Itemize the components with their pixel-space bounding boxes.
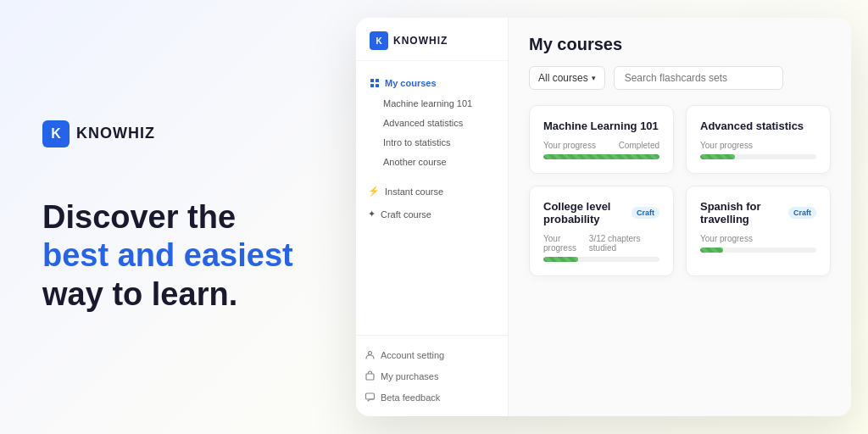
- sidebar-item-another-course[interactable]: Another course: [366, 153, 498, 171]
- progress-bar-bg-adv-stats: [700, 154, 816, 159]
- sidebar-item-adv-stats[interactable]: Advanced statistics: [366, 114, 498, 132]
- progress-label-adv-stats: Your progress: [700, 141, 816, 150]
- course-card-adv-stats: Advanced statistics Your progress: [686, 105, 831, 174]
- badge-craft-clp: Craft: [632, 207, 659, 219]
- progress-status-ml101: Completed: [619, 141, 659, 150]
- sidebar-section-mycourses[interactable]: My courses: [366, 75, 498, 93]
- hero-line3: way to learn.: [42, 276, 237, 312]
- course-title-adv-stats: Advanced statistics: [700, 120, 816, 132]
- feedback-icon: [364, 392, 376, 403]
- course-card-ml101: Machine Learning 101 Your progress Compl…: [529, 105, 674, 174]
- progress-label-clp: Your progress 3/12 chapters studied: [543, 234, 659, 253]
- all-courses-dropdown[interactable]: All courses ▾: [529, 66, 605, 90]
- progress-label-spanish: Your progress: [700, 234, 816, 243]
- sidebar-courses-section: My courses Machine learning 101 Advanced…: [356, 71, 508, 179]
- chevron-down-icon: ▾: [592, 74, 596, 82]
- sidebar-instant-course[interactable]: ⚡ Instant course: [359, 181, 504, 202]
- sidebar-beta-feedback[interactable]: Beta feedback: [356, 387, 508, 408]
- sidebar-bottom: Account setting My purchases Beta feedba…: [356, 335, 508, 416]
- sidebar-logo-text: KNOWHIZ: [393, 35, 448, 47]
- progress-bar-fill-ml101: [543, 154, 659, 159]
- search-input[interactable]: [614, 66, 783, 90]
- course-title-ml101: Machine Learning 101: [543, 120, 659, 132]
- logo-icon: K: [42, 120, 70, 147]
- instant-icon: ⚡: [368, 186, 380, 197]
- svg-rect-2: [370, 84, 374, 87]
- sidebar: K KNOWHIZ My courses Machine learning 10…: [356, 18, 509, 416]
- main-content: My courses All courses ▾ Machine Learnin…: [509, 18, 851, 416]
- progress-bar-bg-spanish: [700, 248, 816, 253]
- svg-rect-0: [370, 79, 374, 82]
- logo-text: KNOWHIZ: [76, 125, 155, 142]
- progress-bar-fill-clp: [543, 257, 578, 262]
- progress-label-ml101: Your progress Completed: [543, 141, 659, 150]
- course-title-clp: College level probability Craft: [543, 200, 659, 225]
- hero-section: K KNOWHIZ Discover the best and easiest …: [0, 86, 356, 348]
- filter-row: All courses ▾: [529, 66, 831, 90]
- hero-heading: Discover the best and easiest way to lea…: [42, 198, 314, 314]
- progress-bar-bg-clp: [543, 257, 659, 262]
- account-icon: [364, 349, 376, 360]
- sidebar-logo-icon: K: [370, 31, 388, 50]
- badge-craft-spanish: Craft: [788, 207, 816, 219]
- progress-bar-fill-adv-stats: [700, 154, 735, 159]
- app-window: K KNOWHIZ My courses Machine learning 10…: [356, 18, 851, 416]
- sidebar-item-ml101[interactable]: Machine learning 101: [366, 94, 498, 113]
- courses-grid: Machine Learning 101 Your progress Compl…: [529, 105, 831, 276]
- svg-point-4: [369, 352, 372, 355]
- top-logo: K KNOWHIZ: [42, 120, 314, 147]
- progress-bar-fill-spanish: [700, 248, 723, 253]
- svg-rect-3: [376, 84, 379, 87]
- course-card-clp: College level probability Craft Your pro…: [529, 186, 674, 276]
- hero-line1: Discover the: [42, 199, 236, 235]
- progress-status-clp: 3/12 chapters studied: [589, 234, 659, 253]
- progress-bar-bg-ml101: [543, 154, 659, 159]
- svg-rect-6: [366, 393, 375, 399]
- sidebar-header: K KNOWHIZ: [356, 18, 508, 61]
- course-title-spanish: Spanish for travelling Craft: [700, 200, 816, 225]
- purchases-icon: [364, 370, 376, 381]
- sidebar-craft-course[interactable]: ✦ Craft course: [359, 203, 504, 225]
- sidebar-account-setting[interactable]: Account setting: [356, 344, 508, 365]
- hero-line2: best and easiest: [42, 237, 293, 273]
- sidebar-item-intro-stats[interactable]: Intro to statistics: [366, 133, 498, 152]
- sidebar-nav: My courses Machine learning 101 Advanced…: [356, 61, 508, 335]
- page-title: My courses: [529, 35, 831, 54]
- svg-rect-1: [376, 79, 379, 82]
- svg-rect-5: [366, 374, 374, 380]
- sidebar-my-purchases[interactable]: My purchases: [356, 365, 508, 387]
- course-card-spanish: Spanish for travelling Craft Your progre…: [686, 186, 831, 276]
- courses-icon: [370, 78, 380, 88]
- craft-icon: ✦: [368, 209, 376, 220]
